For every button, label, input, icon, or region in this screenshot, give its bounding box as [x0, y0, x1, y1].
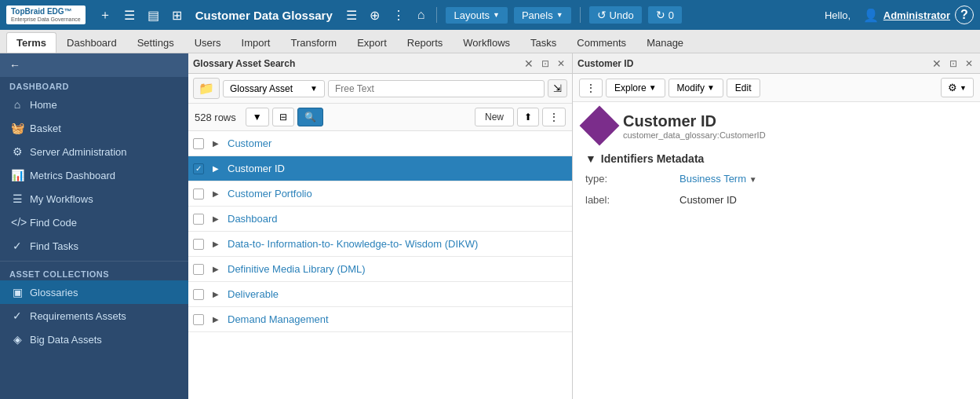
metadata-section-header[interactable]: ▼ Identifiers Metadata [585, 152, 967, 165]
sidebar-back-button[interactable]: ← [0, 53, 188, 77]
table-row[interactable]: ▶ Dashboard [188, 207, 572, 232]
gear-settings-button[interactable]: ⚙ ▼ [941, 78, 974, 97]
tab-import[interactable]: Import [231, 32, 281, 53]
admin-link[interactable]: Administrator [883, 9, 950, 21]
menu-button[interactable]: ☰ [120, 6, 139, 24]
sidebar-item-server-admin[interactable]: ⚙ Server Administration [0, 140, 188, 163]
term-name[interactable]: Deliverable [228, 288, 279, 300]
dashboard-section-label: DASHBOARD [0, 77, 188, 93]
row-expander[interactable]: ▶ [209, 237, 223, 251]
left-panel-resize-button[interactable]: ⊡ [539, 58, 552, 69]
filter-icon: ▼ [253, 112, 262, 123]
row-expander[interactable]: ▶ [209, 162, 223, 176]
explore-button[interactable]: Explore ▼ [606, 79, 665, 97]
term-name[interactable]: Dashboard [228, 213, 278, 225]
sidebar-item-home[interactable]: ⌂ Home [0, 93, 188, 116]
tab-reports[interactable]: Reports [397, 32, 454, 53]
tab-transform[interactable]: Transform [280, 32, 347, 53]
tab-tasks[interactable]: Tasks [520, 32, 567, 53]
search-folder-button[interactable]: 📁 [193, 78, 220, 99]
columns-button[interactable]: ⊟ [272, 108, 294, 126]
right-panel-close-button[interactable]: ✕ [930, 57, 944, 70]
tab-manage[interactable]: Manage [636, 32, 694, 53]
row-expander[interactable]: ▶ [209, 262, 223, 276]
more-options-button[interactable]: ⋮ [542, 108, 566, 126]
row-expander[interactable]: ▶ [209, 287, 223, 302]
table-row[interactable]: ▶ Customer Portfolio [188, 181, 572, 207]
home-button[interactable]: ⌂ [413, 6, 429, 24]
row-checkbox[interactable] [193, 239, 204, 250]
modify-button[interactable]: Modify ▼ [669, 79, 723, 97]
kebab-menu-button[interactable]: ⋮ [388, 6, 409, 24]
tab-users[interactable]: Users [184, 32, 231, 53]
table-row[interactable]: ▶ Demand Management [188, 307, 572, 332]
sidebar-item-workflows[interactable]: ☰ My Workflows [0, 187, 188, 210]
new-term-button[interactable]: New [475, 108, 514, 126]
tab-comments[interactable]: Comments [567, 32, 636, 53]
table-row[interactable]: ▶ Data-to- Information-to- Knowledge-to-… [188, 232, 572, 257]
list-view-button[interactable]: ☰ [342, 6, 361, 24]
term-name[interactable]: Data-to- Information-to- Knowledge-to- W… [228, 238, 478, 250]
row-checkbox[interactable] [193, 264, 204, 275]
tab-settings[interactable]: Settings [127, 32, 184, 53]
term-name[interactable]: Customer [228, 137, 271, 149]
search-expand-button[interactable]: ⇲ [548, 79, 567, 97]
table-row[interactable]: ▶ Definitive Media Library (DML) [188, 257, 572, 282]
row-checkbox[interactable] [193, 314, 204, 325]
kebab-detail-button[interactable]: ⋮ [579, 79, 603, 97]
panels-button[interactable]: Panels ▼ [513, 6, 572, 24]
tab-workflows[interactable]: Workflows [453, 32, 520, 53]
term-name[interactable]: Customer ID [228, 163, 285, 174]
row-expander[interactable]: ▶ [209, 137, 223, 151]
search-type-dropdown[interactable]: Glossary Asset ▼ [223, 80, 325, 97]
table-row[interactable]: ▶ Customer [188, 131, 572, 156]
row-checkbox[interactable] [193, 289, 204, 300]
left-panel-close-button[interactable]: ✕ [522, 57, 536, 70]
edit-button[interactable]: Edit [727, 79, 760, 97]
type-value-link[interactable]: Business Term ▼ [679, 173, 757, 185]
sidebar-item-find-tasks[interactable]: ✓ Find Tasks [0, 234, 188, 258]
row-expander[interactable]: ▶ [209, 313, 223, 327]
add-button[interactable]: ＋ [95, 5, 115, 25]
list-button[interactable]: ▤ [144, 6, 163, 24]
term-name[interactable]: Definitive Media Library (DML) [228, 263, 366, 275]
sidebar-item-find-code[interactable]: </> Find Code [0, 210, 188, 234]
asset-title: Customer ID [623, 112, 766, 130]
table-row[interactable]: ▶ Deliverable [188, 282, 572, 307]
detail-toolbar: ⋮ Explore ▼ Modify ▼ Edit ⚙ ▼ [573, 74, 980, 102]
layers-button[interactable]: ⊕ [366, 6, 384, 24]
search-text-input[interactable] [328, 80, 545, 97]
term-name[interactable]: Demand Management [228, 313, 329, 325]
help-button[interactable]: ? [955, 5, 974, 24]
row-expander[interactable]: ▶ [209, 187, 223, 201]
row-checkbox[interactable] [193, 138, 204, 149]
sidebar-item-bigdata[interactable]: ◈ Big Data Assets [0, 328, 188, 351]
term-name[interactable]: Customer Portfolio [228, 188, 312, 200]
table-row[interactable]: ✓ ▶ Customer ID [188, 156, 572, 181]
grid-button[interactable]: ⊞ [168, 6, 186, 24]
tab-export[interactable]: Export [347, 32, 397, 53]
row-checkbox[interactable] [193, 189, 204, 200]
search-button[interactable]: 🔍 [297, 108, 323, 126]
filter-button[interactable]: ▼ [246, 108, 269, 126]
row-checkbox[interactable] [193, 214, 204, 225]
row-checkbox[interactable]: ✓ [193, 163, 204, 174]
right-panel-resize-button[interactable]: ⊡ [947, 58, 960, 69]
left-panel-maximize-button[interactable]: ✕ [555, 58, 567, 69]
export-list-button[interactable]: ⬆ [517, 108, 539, 126]
chevron-down-icon: ▼ [707, 83, 715, 92]
sidebar-item-requirements[interactable]: ✓ Requirements Assets [0, 304, 188, 328]
sidebar-item-basket[interactable]: 🧺 Basket [0, 116, 188, 140]
sidebar-item-glossaries[interactable]: ▣ Glossaries [0, 280, 188, 304]
redo-button[interactable]: ↻ 0 [647, 5, 683, 24]
tab-dashboard[interactable]: Dashboard [56, 32, 127, 53]
row-expander[interactable]: ▶ [209, 212, 223, 226]
layouts-button[interactable]: Layouts ▼ [445, 6, 508, 24]
right-panel-maximize-button[interactable]: ✕ [963, 58, 975, 69]
tab-terms[interactable]: Terms [6, 32, 56, 53]
app-logo: TopBraid EDG™ Enterprise Data Governance [6, 5, 86, 24]
row-count: 528 rows [195, 112, 236, 123]
sidebar-item-metrics[interactable]: 📊 Metrics Dashboard [0, 163, 188, 187]
sidebar-item-basket-label: Basket [30, 123, 61, 134]
undo-button[interactable]: ↺ Undo [588, 5, 643, 24]
